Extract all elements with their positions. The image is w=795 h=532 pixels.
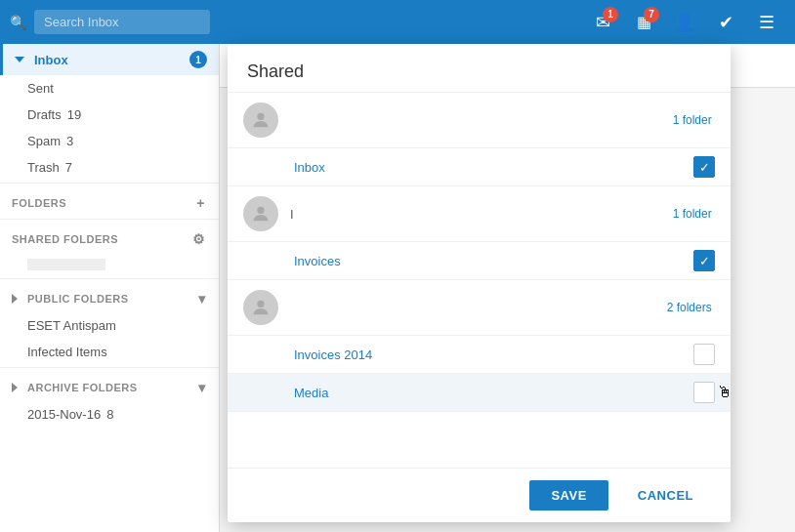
public-folders-label: PUBLIC FOLDERS [27,293,129,305]
main-layout: Inbox 1 Sent Drafts 19 Spam 3 Trash 7 FO… [0,44,795,532]
sidebar: Inbox 1 Sent Drafts 19 Spam 3 Trash 7 FO… [0,44,220,532]
user3-media-row: Media 🖱 [228,373,731,411]
user1-block: 1 folder Inbox [228,93,731,186]
sidebar-item-2015-nov-16[interactable]: 2015-Nov-16 8 [0,401,219,428]
sidebar-item-sent[interactable]: Sent [0,75,219,102]
calendar-badge: 7 [644,7,659,22]
menu-icon: ☰ [759,12,774,33]
contacts-nav-button[interactable]: 👤 [666,4,703,41]
menu-nav-button[interactable]: ☰ [748,4,785,41]
user1-folder-count[interactable]: 1 folder [673,113,715,127]
sidebar-item-drafts[interactable]: Drafts 19 [0,102,219,128]
eset-antispam-label: ESET Antispam [27,318,116,333]
archive-folders-expand-icon [12,383,18,392]
user3-invoices2014-checkbox[interactable] [693,344,715,365]
sidebar-item-trash[interactable]: Trash 7 [0,154,219,181]
modal-footer: SAVE CANCEL [228,468,731,522]
user1-avatar [243,102,278,138]
shared-modal: Shared 1 folder [228,44,731,522]
shared-folder-placeholder[interactable] [0,253,219,276]
sidebar-item-eset-antispam[interactable]: ESET Antispam [0,312,219,339]
archive-2015-badge: 8 [106,407,113,422]
mail-nav-button[interactable]: ✉ 1 [584,4,621,41]
user1-inbox-folder-name: Inbox [294,160,684,175]
spam-badge: 3 [66,134,73,148]
shared-folders-label: SHARED FOLDERS [12,233,118,245]
svg-point-1 [257,207,264,214]
user2-invoices-checkbox[interactable] [693,250,715,271]
cursor-indicator: 🖱 [717,384,731,401]
user3-media-folder-name: Media [294,386,684,400]
user3-invoices2014-row: Invoices 2014 [228,335,731,373]
content-area: « ✎ ↩ ↪ ↠ 🗑 ⚑ ⋯ Shared [220,44,795,532]
shared-folders-section: SHARED FOLDERS ⚙ [0,222,219,253]
user1-inbox-checkbox[interactable] [693,156,715,178]
contacts-icon: 👤 [674,12,695,33]
user2-name: I [290,207,661,222]
drafts-badge: 19 [67,107,81,122]
svg-point-2 [257,301,264,307]
archive-folders-section: ARCHIVE FOLDERS ▾ [0,370,219,401]
user2-folder-count[interactable]: 1 folder [673,207,715,221]
sidebar-item-inbox[interactable]: Inbox 1 [0,44,219,75]
user1-header: 1 folder [228,93,731,147]
modal-body: 1 folder Inbox [228,93,731,468]
cancel-button[interactable]: CANCEL [616,480,715,511]
tasks-icon: ✔ [719,12,733,33]
inbox-badge: 1 [189,51,207,68]
spam-label: Spam [27,134,61,148]
user1-inbox-row: Inbox [228,147,731,185]
user2-header: I 1 folder [228,186,731,241]
user2-invoices-folder-name: Invoices [294,254,684,268]
topbar: 🔍 ✉ 1 ▦ 7 👤 ✔ ☰ [0,0,795,44]
user3-header: 2 folders [228,280,731,335]
archive-folders-label: ARCHIVE FOLDERS [27,382,138,393]
user3-block: 2 folders Invoices 2014 Media [228,280,731,412]
user2-invoices-row: Invoices [228,241,731,279]
archive-2015-label: 2015-Nov-16 [27,407,101,422]
public-folders-expand-icon [12,294,18,304]
shared-placeholder-bar [27,259,105,270]
sidebar-item-infected-items[interactable]: Infected Items [0,339,219,365]
modal-overlay: Shared 1 folder [220,44,795,532]
public-folders-chevron-icon[interactable]: ▾ [196,289,208,308]
archive-folders-chevron-icon[interactable]: ▾ [196,378,208,397]
calendar-nav-button[interactable]: ▦ 7 [625,4,662,41]
mail-badge: 1 [603,7,618,22]
user2-block: I 1 folder Invoices [228,186,731,280]
search-input[interactable] [34,10,210,34]
sidebar-item-spam[interactable]: Spam 3 [0,128,219,154]
shared-folders-settings-icon[interactable]: ⚙ [190,229,208,249]
trash-badge: 7 [65,160,72,175]
svg-point-0 [257,113,264,120]
user2-avatar [243,196,278,231]
public-folders-section: PUBLIC FOLDERS ▾ [0,281,219,312]
user3-avatar [243,290,278,325]
drafts-label: Drafts [27,107,62,122]
save-button[interactable]: SAVE [529,480,607,511]
add-folder-button[interactable]: + [194,193,207,213]
inbox-expand-icon [15,57,24,62]
tasks-nav-button[interactable]: ✔ [707,4,744,41]
infected-items-label: Infected Items [27,345,107,359]
sent-label: Sent [27,81,54,96]
folders-section: FOLDERS + [0,185,219,217]
topbar-icons: ✉ 1 ▦ 7 👤 ✔ ☰ [584,4,785,41]
user3-media-checkbox-wrapper: 🖱 [693,382,715,403]
trash-label: Trash [27,160,60,175]
user3-media-checkbox[interactable] [693,382,715,403]
search-icon: 🔍 [10,15,26,30]
modal-title: Shared [228,44,731,93]
user3-invoices2014-folder-name: Invoices 2014 [294,348,684,362]
user3-folder-count[interactable]: 2 folders [667,301,715,314]
folders-section-label: FOLDERS [12,197,66,209]
sidebar-inbox-label: Inbox [34,53,184,67]
